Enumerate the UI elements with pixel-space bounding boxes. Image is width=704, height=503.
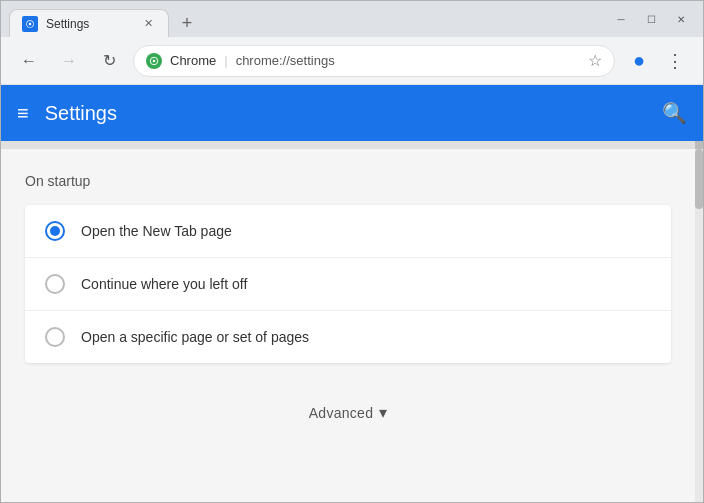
startup-option-1[interactable]: Continue where you left off bbox=[25, 258, 671, 311]
close-button[interactable]: ✕ bbox=[667, 8, 695, 30]
page-title: Settings bbox=[45, 102, 662, 125]
account-button[interactable]: ● bbox=[623, 45, 655, 77]
site-security-icon bbox=[146, 53, 162, 69]
advanced-button[interactable]: Advanced ▾ bbox=[25, 383, 671, 442]
startup-option-0[interactable]: Open the New Tab page bbox=[25, 205, 671, 258]
bookmark-icon[interactable]: ☆ bbox=[588, 51, 602, 70]
refresh-button[interactable]: ↻ bbox=[93, 45, 125, 77]
address-bar[interactable]: Chrome | chrome://settings ☆ bbox=[133, 45, 615, 77]
active-tab[interactable]: Settings ✕ bbox=[9, 9, 169, 37]
browser-window: Settings ✕ + ─ ☐ ✕ ← → ↻ Chrome | chrome… bbox=[0, 0, 704, 503]
startup-options-card: Open the New Tab page Continue where you… bbox=[25, 205, 671, 363]
minimize-button[interactable]: ─ bbox=[607, 8, 635, 30]
radio-button-1[interactable] bbox=[45, 274, 65, 294]
advanced-chevron-icon: ▾ bbox=[379, 403, 387, 422]
svg-point-0 bbox=[29, 22, 32, 25]
startup-option-2[interactable]: Open a specific page or set of pages bbox=[25, 311, 671, 363]
tab-close-button[interactable]: ✕ bbox=[140, 16, 156, 32]
tab-title: Settings bbox=[46, 17, 132, 31]
scroll-indicator bbox=[1, 141, 703, 149]
scroll-thumb-top bbox=[695, 141, 703, 149]
advanced-label: Advanced bbox=[309, 405, 374, 421]
scrollbar-thumb[interactable] bbox=[695, 149, 703, 209]
settings-content: On startup Open the New Tab page Continu… bbox=[1, 149, 695, 502]
window-controls: ─ ☐ ✕ bbox=[607, 8, 695, 30]
svg-point-2 bbox=[153, 59, 156, 62]
startup-option-label-1: Continue where you left off bbox=[81, 276, 247, 292]
startup-option-label-0: Open the New Tab page bbox=[81, 223, 232, 239]
navigation-bar: ← → ↻ Chrome | chrome://settings ☆ ● ⋮ bbox=[1, 37, 703, 85]
tab-favicon bbox=[22, 16, 38, 32]
new-tab-button[interactable]: + bbox=[173, 9, 201, 37]
title-bar: Settings ✕ + ─ ☐ ✕ bbox=[1, 1, 703, 37]
back-button[interactable]: ← bbox=[13, 45, 45, 77]
chrome-site-label: Chrome bbox=[170, 53, 216, 68]
content-wrapper: On startup Open the New Tab page Continu… bbox=[1, 149, 703, 502]
maximize-button[interactable]: ☐ bbox=[637, 8, 665, 30]
chrome-menu-button[interactable]: ⋮ bbox=[659, 45, 691, 77]
search-icon[interactable]: 🔍 bbox=[662, 101, 687, 125]
app-header: ≡ Settings 🔍 bbox=[1, 85, 703, 141]
startup-option-label-2: Open a specific page or set of pages bbox=[81, 329, 309, 345]
radio-button-0[interactable] bbox=[45, 221, 65, 241]
address-divider: | bbox=[224, 53, 227, 68]
on-startup-title: On startup bbox=[25, 173, 671, 189]
forward-button[interactable]: → bbox=[53, 45, 85, 77]
address-url: chrome://settings bbox=[236, 53, 335, 68]
scrollbar-track[interactable] bbox=[695, 149, 703, 502]
tabs-area: Settings ✕ + bbox=[9, 1, 607, 37]
radio-button-2[interactable] bbox=[45, 327, 65, 347]
menu-icon[interactable]: ≡ bbox=[17, 102, 29, 125]
nav-right-controls: ● ⋮ bbox=[623, 45, 691, 77]
